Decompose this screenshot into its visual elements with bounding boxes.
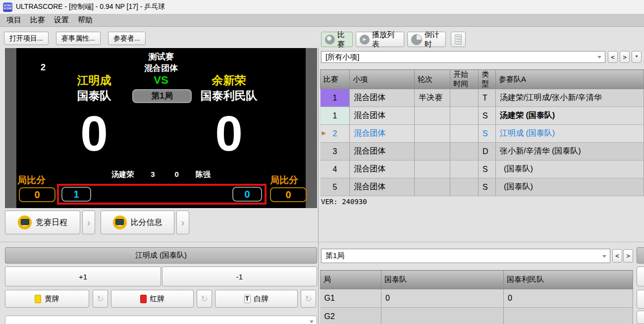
event-properties-button[interactable]: 赛事属性... (56, 32, 101, 45)
match-team-a: 江明成 (国泰队) (496, 125, 644, 143)
filter-prev-button[interactable]: < (608, 51, 618, 63)
match-type: D (479, 143, 496, 161)
match-start (450, 89, 479, 107)
match-team-a: 张小新/辛清华 (国泰队) (496, 143, 644, 161)
team-b-button-cutoff[interactable] (637, 311, 644, 324)
menubar: 项目 比赛 设置 帮助 (0, 14, 644, 27)
col-team-b-score[interactable]: 国泰利民队 (504, 270, 633, 289)
red-card-reset-button[interactable]: ↻ (197, 290, 212, 308)
tab-countdown[interactable]: 倒计时 (407, 32, 446, 47)
filter-star-button[interactable]: * (632, 51, 642, 63)
participants-button[interactable]: 参赛者... (108, 32, 146, 45)
col-team-a[interactable]: 参赛队A (496, 70, 644, 89)
filter-next-button[interactable]: > (620, 51, 630, 63)
menu-project[interactable]: 项目 (2, 14, 26, 26)
red-card-icon (140, 295, 147, 303)
titlebar: ULTRA SCORE ULTRASCORE - [控制端] - 0.94 NP… (0, 0, 644, 14)
participants-label: 参赛者... (113, 34, 140, 43)
game-row[interactable]: G1 0 0 (321, 289, 633, 308)
col-team-a-score[interactable]: 国泰队 (381, 270, 504, 289)
match-row[interactable]: 5 混合团体 S (国泰队) (321, 178, 644, 196)
chevron-right-icon: › (181, 217, 185, 228)
yellow-card-label: 黄牌 (45, 294, 59, 304)
match-row[interactable]: 3 混合团体 D 张小新/辛清华 (国泰队) (321, 143, 644, 161)
monitor-icon (113, 216, 127, 229)
notes-button[interactable] (451, 32, 466, 47)
open-project-button[interactable]: 打开项目... (4, 32, 49, 45)
event-filter-combo[interactable]: [所有小项] (321, 51, 605, 63)
match-event: 混合团体 (350, 125, 415, 143)
minus-one-button[interactable]: -1 (162, 267, 317, 286)
schedule-display-button[interactable]: 竞赛日程 (5, 211, 80, 234)
menu-settings[interactable]: 设置 (50, 14, 73, 26)
game-prev-button[interactable]: < (612, 249, 622, 263)
match-round (415, 143, 450, 161)
col-type[interactable]: 类型 (479, 70, 496, 89)
match-start (450, 125, 479, 143)
sets-label-left: 局比分 (17, 174, 46, 187)
chevron-down-icon (310, 321, 314, 323)
tab-playlist[interactable]: ▶ 播放列表 (356, 32, 404, 47)
game-next-button[interactable]: > (623, 249, 633, 263)
match-team-a: (国泰队) (496, 161, 644, 178)
score-info-display-button[interactable]: 比分信息 (101, 211, 174, 234)
pair-score-row: 汤建荣 3 0 陈强 (64, 170, 258, 179)
tab-match-label: 比赛 (337, 30, 349, 49)
team-b-button-cutoff[interactable] (637, 290, 644, 309)
games-table: 局 国泰队 国泰利民队 G1 0 0 G2 (320, 270, 633, 324)
team-b-name: 国泰利民队 (169, 88, 288, 104)
matches-header-row: 比赛 小项 轮次 开始时间 类型 参赛队A (321, 70, 644, 89)
game-selector-combo[interactable]: 第1局 (321, 249, 610, 263)
col-game[interactable]: 局 (321, 270, 381, 289)
col-event[interactable]: 小项 (350, 70, 415, 89)
next-label: > (623, 54, 627, 61)
current-match-marker: ▶ (322, 130, 326, 136)
prev-label: < (611, 54, 615, 61)
countdown-clock-icon (411, 34, 422, 45)
reset-icon: ↻ (97, 294, 104, 304)
team-b-button-cutoff[interactable] (637, 267, 644, 286)
match-row[interactable]: 1 混合团体 S 汤建荣 (国泰队) (321, 107, 644, 125)
match-no: 5 (321, 178, 350, 196)
matches-table: 比赛 小项 轮次 开始时间 类型 参赛队A 1 混合团体 半决赛 T 汤建荣/江… (320, 69, 644, 196)
match-row[interactable]: 4 混合团体 S (国泰队) (321, 161, 644, 178)
scoreboard-preview: 测试赛 混合团体 2 江明成 VS 余新荣 国泰队 第1局 国泰利民队 0 0 … (5, 48, 317, 208)
tab-match[interactable]: 比赛 (321, 32, 353, 47)
yellow-card-button[interactable]: 黄牌 (5, 290, 89, 308)
red-card-button[interactable]: 红牌 (111, 290, 194, 308)
col-round[interactable]: 轮次 (415, 70, 450, 89)
match-start (450, 143, 479, 161)
window-title: ULTRASCORE - [控制端] - 0.94 NP [17] - 乒乓球 (16, 2, 165, 11)
match-type: S (479, 125, 496, 143)
col-match[interactable]: 比赛 (321, 70, 350, 89)
menu-match[interactable]: 比赛 (26, 14, 50, 26)
score-b: 0 (169, 104, 288, 163)
col-start-time[interactable]: 开始时间 (450, 70, 479, 89)
match-event: 混合团体 (350, 107, 415, 125)
preview-side-strip (306, 48, 317, 208)
white-card-reset-button[interactable]: ↻ (301, 290, 316, 308)
match-row-selected[interactable]: ▶2 混合团体 S 江明成 (国泰队) (321, 125, 644, 143)
match-row[interactable]: 1 混合团体 半决赛 T 汤建荣/江明成/张小新/辛清华 (321, 89, 644, 107)
preview-side-strip (5, 48, 16, 208)
schedule-display-label: 竞赛日程 (36, 217, 67, 228)
plus-one-button[interactable]: +1 (5, 267, 161, 286)
game-row[interactable]: G2 (321, 308, 633, 324)
score-info-expand-button[interactable]: › (176, 211, 189, 234)
match-round (415, 161, 450, 178)
schedule-expand-button[interactable]: › (82, 211, 95, 234)
sets-score-left: 0 (19, 187, 55, 202)
match-no: 1 (321, 89, 350, 107)
match-no: 1 (321, 107, 350, 125)
yellow-card-reset-button[interactable]: ↻ (93, 290, 108, 308)
bottom-input[interactable] (5, 316, 317, 324)
match-team-a: (国泰队) (496, 178, 644, 196)
white-card-label: 白牌 (254, 294, 269, 304)
white-card-button[interactable]: T 白牌 (215, 290, 298, 308)
app-logo-icon: ULTRA SCORE (3, 2, 12, 12)
game-score-a (381, 308, 504, 324)
menu-help[interactable]: 帮助 (73, 14, 97, 26)
match-start (450, 178, 479, 196)
pair-b-name: 陈强 (196, 170, 211, 179)
pair-a-score: 3 (151, 170, 155, 179)
